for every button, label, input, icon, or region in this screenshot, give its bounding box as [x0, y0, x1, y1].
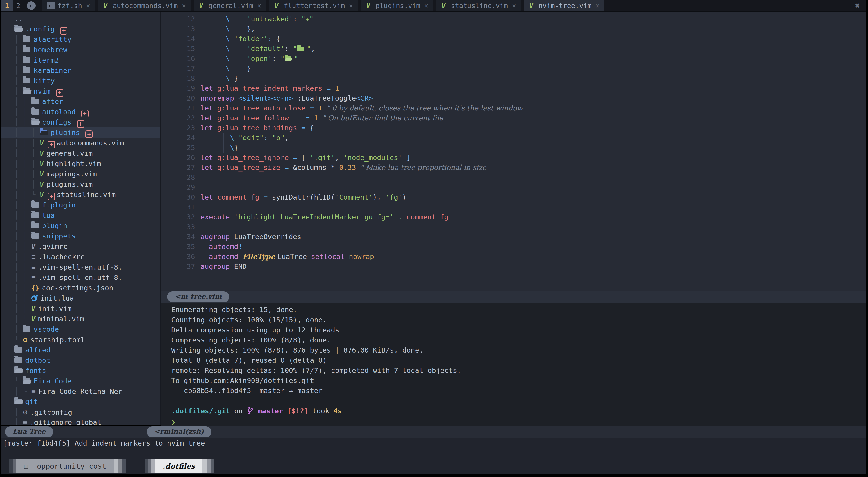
tree-item-lua[interactable]: │ │ lua: [1, 210, 160, 220]
tree-item-highlight.vim[interactable]: │ │ │ Vhighlight.vim: [1, 159, 160, 169]
tree-item-mappings.vim[interactable]: │ │ │ Vmappings.vim: [1, 169, 160, 179]
tab-statusline.vim[interactable]: Vstatusline.vim×: [436, 0, 521, 11]
tree-item-vscode[interactable]: │ vscode: [1, 324, 160, 334]
tree-item-label: plugins: [51, 129, 80, 137]
tree-item-label: init.vim: [38, 304, 72, 312]
line-number: 24: [161, 133, 195, 143]
code-line-20: 20nnoremap <silent><c-n> :LuaTreeToggle<…: [161, 93, 866, 103]
terminal-line: .dotfiles/.git on master [$!?] took 4s: [161, 406, 866, 417]
tree-item-ftplugin[interactable]: │ │ ftplugin: [1, 200, 160, 210]
tree-item-starship.toml[interactable]: └ ⚙starship.toml: [1, 334, 160, 345]
tree-item-autoload[interactable]: │ │ autoload +: [1, 107, 160, 117]
tree-item-general.vim[interactable]: │ │ │ Vgeneral.vim: [1, 148, 160, 159]
editor-pane[interactable]: 12 \ 'untracked': "★"13 \ },14 \ 'folder…: [161, 12, 866, 291]
tree-item-label: ftplugin: [42, 201, 76, 209]
tree-item-.gitignore-global[interactable]: │ ≡.gitignore_global: [1, 417, 160, 425]
close-all-icon[interactable]: ✖: [855, 1, 866, 10]
tree-item-snippets[interactable]: │ │ snippets: [1, 231, 160, 241]
tree-item-configs[interactable]: │ │ configs +: [1, 117, 160, 127]
tab-label: general.vim: [209, 2, 253, 10]
json-icon: {}: [31, 284, 39, 292]
back-arrow-icon[interactable]: ←: [27, 1, 36, 10]
tree-item-plugin[interactable]: │ │ plugin: [1, 220, 160, 231]
tree-item-.luacheckrc[interactable]: │ │ ≡.luacheckrc: [1, 251, 160, 262]
tree-item-Fira-Code[interactable]: └ Fira Code: [1, 376, 160, 386]
tree-item-coc-settings.json[interactable]: │ │ {}coc-settings.json: [1, 283, 160, 293]
tree-item-init.lua[interactable]: │ │ init.lua: [1, 293, 160, 303]
tree-item-plugins.vim[interactable]: │ │ │ Vplugins.vim: [1, 179, 160, 190]
tree-item-plugins[interactable]: │ │ │ plugins +: [1, 127, 160, 138]
terminal-pane[interactable]: Enumerating objects: 15, done.Counting o…: [161, 303, 866, 428]
tree-item-.vim-spell-en.utf-8.[interactable]: │ │ ≡.vim-spell-en.utf-8.: [1, 262, 160, 272]
tab-plugins.vim[interactable]: Vplugins.vim×: [361, 0, 433, 11]
line-number: 25: [161, 143, 195, 152]
tree-item-label: iterm2: [34, 56, 59, 64]
workspace-2[interactable]: 2: [12, 0, 24, 11]
tab-autocommands.vim[interactable]: Vautocommands.vim×: [98, 0, 191, 11]
tab-close-icon[interactable]: ×: [257, 2, 261, 10]
file-tree-sidebar[interactable]: ...config +│ alacritty│ homebrew│ iterm2…: [1, 12, 160, 425]
folder-open-icon: [23, 88, 30, 94]
tree-item-karabiner[interactable]: │ karabiner: [1, 65, 160, 76]
line-number: 19: [161, 83, 195, 93]
folder-glyph-icon: [297, 46, 304, 51]
gear-icon: ⚙: [23, 335, 27, 344]
tab-fluttertest.vim[interactable]: Vfluttertest.vim×: [269, 0, 358, 11]
tree-item-alfred[interactable]: alfred: [1, 345, 160, 355]
tree-item-.vim-spell-en.utf-8.[interactable]: │ │ ≡.vim-spell-en.utf-8.: [1, 272, 160, 283]
tree-item-Fira-Code-Retina-Ner[interactable]: │ └ ≡Fira Code Retina Ner: [1, 386, 160, 397]
tree-item-label: homebrew: [34, 46, 67, 54]
tab-close-icon[interactable]: ×: [424, 2, 428, 10]
tab-close-icon[interactable]: ×: [595, 2, 599, 10]
tab-close-icon[interactable]: ×: [86, 2, 90, 10]
folder-active-icon: [40, 130, 47, 135]
code-line-25: 25 \}: [161, 143, 866, 152]
workspace-1[interactable]: 1: [1, 0, 12, 11]
tree-item-label: alfred: [25, 346, 51, 354]
tree-item-label: .config: [25, 25, 55, 33]
tree-item-statusline.vim[interactable]: │ │ └ V+statusline.vim: [1, 190, 160, 200]
folder-icon: [31, 212, 39, 218]
tree-item-autocommands.vim[interactable]: │ │ │ V+autocommands.vim: [1, 138, 160, 148]
tree-item-git[interactable]: git: [1, 397, 160, 407]
tree-item-label: .gvimrc: [38, 242, 68, 250]
tree-item-.gvimrc[interactable]: │ │ V.gvimrc: [1, 241, 160, 251]
folder-icon: [23, 78, 30, 83]
tmux-window-.dotfiles[interactable]: .dotfiles: [145, 459, 214, 473]
git-status-badge-icon: +: [48, 193, 55, 200]
tree-item-dotbot[interactable]: dotbot: [1, 355, 160, 365]
tab-close-icon[interactable]: ×: [512, 2, 516, 10]
tab-fzf.sh[interactable]: ›_fzf.sh×: [42, 0, 95, 11]
line-number: 17: [161, 63, 195, 73]
app-window: 12 ← ›_fzf.sh×Vautocommands.vim×Vgeneral…: [0, 0, 868, 477]
tree-item-label: init.lua: [40, 294, 74, 302]
git-status-badge-icon: +: [81, 110, 89, 117]
tab-nvim-tree.vim[interactable]: Vnvim-tree.vim×: [524, 0, 604, 11]
folder-open-glyph-icon: [285, 57, 291, 61]
tree-item-after[interactable]: │ │ after: [1, 96, 160, 107]
tree-item-label: plugins.vim: [46, 180, 93, 188]
file-lines-icon: ≡: [31, 263, 36, 271]
tree-item-homebrew[interactable]: │ homebrew: [1, 44, 160, 55]
terminal-line: remote: Resolving deltas: 100% (7/7), co…: [161, 365, 866, 376]
tree-item-init.vim[interactable]: │ │ Vinit.vim: [1, 303, 160, 314]
tab-close-icon[interactable]: ×: [182, 2, 186, 10]
tmux-window-opportunity_cost[interactable]: □ opportunity_cost: [9, 459, 126, 473]
tab-close-icon[interactable]: ×: [349, 2, 353, 10]
tree-item-label: statusline.vim: [57, 191, 116, 199]
tree-item-minimal.vim[interactable]: │ └ Vminimal.vim: [1, 314, 160, 324]
tab-general.vim[interactable]: Vgeneral.vim×: [194, 0, 267, 11]
tree-item-.config[interactable]: .config +: [1, 24, 160, 34]
tree-item-fonts[interactable]: fonts: [1, 365, 160, 376]
terminal-statusline-pill: <rminal(zsh): [147, 427, 212, 437]
tree-item-.gitconfig[interactable]: │ ⚙.gitconfig: [1, 407, 160, 417]
tree-item-iterm2[interactable]: │ iterm2: [1, 55, 160, 65]
folder-icon: [14, 357, 22, 363]
tree-item-..[interactable]: ..: [1, 13, 160, 24]
tree-item-kitty[interactable]: │ kitty: [1, 76, 160, 86]
tree-item-label: kitty: [34, 77, 55, 85]
terminal-line: cb68b54..f1bd4f5 master → master: [161, 386, 866, 396]
tree-item-alacritty[interactable]: │ alacritty: [1, 34, 160, 44]
tree-item-nvim[interactable]: │ nvim +: [1, 86, 160, 96]
vim-icon: V: [103, 2, 107, 10]
